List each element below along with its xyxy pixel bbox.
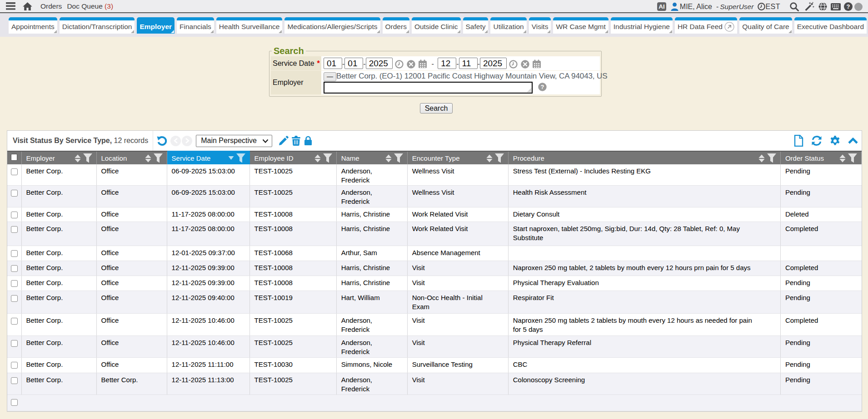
- svg-text:?: ?: [847, 3, 850, 10]
- svg-text:?: ?: [541, 84, 544, 90]
